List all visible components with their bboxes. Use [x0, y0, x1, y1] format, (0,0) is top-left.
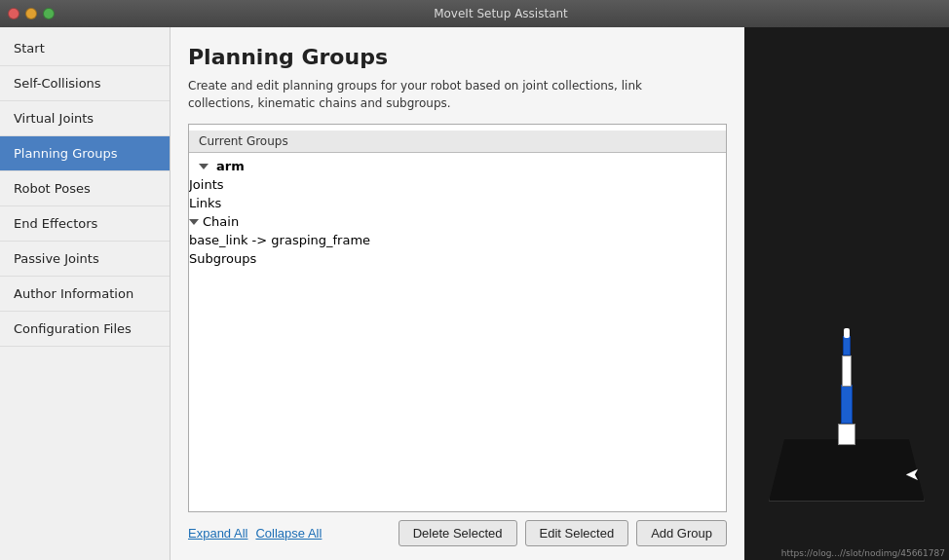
tree-joints-label: Joints	[189, 177, 224, 192]
tree-item-joints[interactable]: Joints	[189, 175, 726, 194]
tree-subgroups-label: Subgroups	[189, 251, 256, 266]
collapse-arm-icon[interactable]	[199, 164, 209, 169]
sidebar-item-planning-groups[interactable]: Planning Groups	[0, 136, 170, 171]
main-layout: Start Self-Collisions Virtual Joints Pla…	[0, 27, 949, 560]
robot-mid-segment	[841, 385, 853, 424]
tree-item-chain[interactable]: Chain	[189, 212, 726, 231]
robot-scene: ➤	[744, 27, 949, 560]
tree-panel-header: Current Groups	[189, 131, 726, 153]
tree-chain-label: Chain	[203, 214, 239, 229]
edit-selected-button[interactable]: Edit Selected	[525, 520, 629, 546]
page-title: Planning Groups	[188, 45, 727, 69]
add-group-button[interactable]: Add Group	[636, 520, 727, 546]
tree-chain-value-label: base_link -> grasping_frame	[189, 233, 370, 247]
sidebar-item-start[interactable]: Start	[0, 31, 170, 66]
status-url: https://olog...//slot/nodimg/45661787	[781, 548, 945, 558]
minimize-button[interactable]	[25, 8, 37, 19]
tree-group-arm[interactable]: arm	[189, 157, 726, 175]
sidebar-item-passive-joints[interactable]: Passive Joints	[0, 242, 170, 277]
delete-selected-button[interactable]: Delete Selected	[399, 520, 517, 546]
tree-panel[interactable]: Current Groups arm Joints Links Chain b	[188, 124, 727, 512]
robot-base	[838, 424, 855, 445]
tree-item-chain-value[interactable]: base_link -> grasping_frame	[189, 231, 726, 249]
maximize-button[interactable]	[43, 8, 55, 19]
close-button[interactable]	[8, 8, 19, 19]
collapse-chain-icon[interactable]	[189, 219, 199, 225]
robot-tip	[844, 328, 850, 338]
sidebar: Start Self-Collisions Virtual Joints Pla…	[0, 27, 171, 560]
tree-group-arm-label: arm	[216, 159, 245, 173]
titlebar: MoveIt Setup Assistant	[0, 0, 949, 27]
sidebar-item-virtual-joints[interactable]: Virtual Joints	[0, 101, 170, 136]
sidebar-item-configuration-files[interactable]: Configuration Files	[0, 312, 170, 347]
robot-upper-segment	[842, 355, 852, 387]
sidebar-item-author-information[interactable]: Author Information	[0, 277, 170, 312]
action-bar: Expand All Collapse All Delete Selected …	[188, 512, 727, 550]
expand-all-button[interactable]: Expand All	[188, 526, 247, 541]
sidebar-item-robot-poses[interactable]: Robot Poses	[0, 171, 170, 206]
mouse-cursor: ➤	[905, 464, 920, 484]
sidebar-item-end-effectors[interactable]: End Effectors	[0, 206, 170, 242]
collapse-all-button[interactable]: Collapse All	[255, 526, 322, 541]
content-area: Planning Groups Create and edit planning…	[171, 27, 744, 560]
robot-top-segment	[843, 336, 851, 355]
3d-viewport: ➤ https://olog...//slot/nodimg/45661787	[744, 27, 949, 560]
sidebar-item-self-collisions[interactable]: Self-Collisions	[0, 66, 170, 101]
tree-item-subgroups[interactable]: Subgroups	[189, 249, 726, 268]
page-description: Create and edit planning groups for your…	[188, 77, 727, 112]
tree-item-links[interactable]: Links	[189, 194, 726, 212]
tree-links-label: Links	[189, 196, 221, 210]
window-title: MoveIt Setup Assistant	[60, 7, 941, 20]
